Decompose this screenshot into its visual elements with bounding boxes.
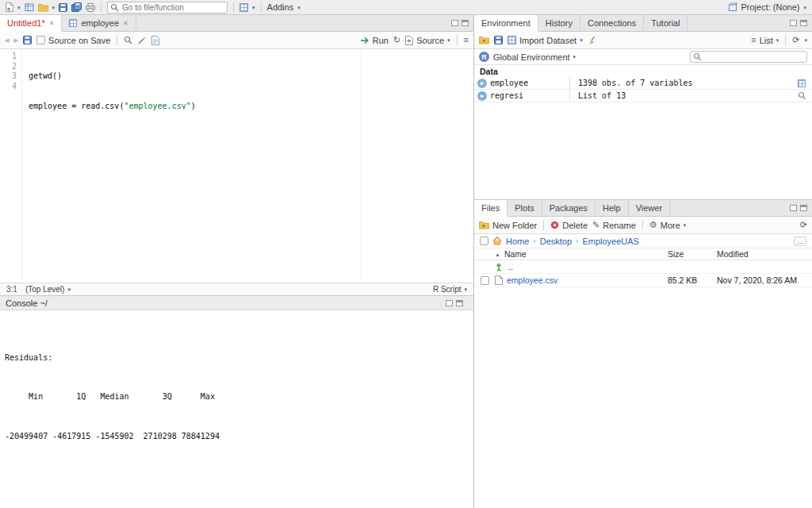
source-on-save-checkbox[interactable] — [36, 36, 45, 44]
size-column-header[interactable]: Size — [668, 249, 717, 259]
load-workspace-icon[interactable] — [479, 34, 489, 46]
addins-grid-icon[interactable] — [239, 3, 248, 12]
files-pane: Files Plots Packages Help Viewer New Fol… — [474, 199, 812, 508]
addins-grid-caret-icon[interactable]: ▾ — [252, 5, 255, 10]
line-number: 3 — [0, 71, 17, 82]
save-workspace-icon[interactable] — [494, 34, 503, 46]
minimize-pane-icon[interactable] — [790, 20, 797, 26]
compile-report-icon[interactable] — [151, 34, 159, 46]
addins-button[interactable]: Addins — [267, 2, 294, 12]
file-row-parent-dir[interactable]: .. — [474, 260, 812, 274]
name-column-header[interactable]: ▲ Name — [495, 249, 668, 259]
expand-object-icon[interactable]: ▶ — [477, 79, 487, 88]
minimize-pane-icon[interactable] — [790, 205, 797, 211]
file-name[interactable]: .. — [508, 262, 513, 271]
tab-untitled1[interactable]: Untitled1* ✕ — [0, 15, 62, 32]
file-name[interactable]: employee.csv — [507, 275, 557, 285]
rstudio-window: ▾ ▾ ▾ Addins ▾ Project: (None — [0, 0, 812, 508]
new-folder-button[interactable]: New Folder — [479, 221, 537, 230]
save-all-icon[interactable] — [71, 2, 82, 13]
open-file-caret-icon[interactable]: ▾ — [52, 5, 56, 10]
clear-objects-broom-icon[interactable] — [588, 34, 597, 46]
minimize-pane-icon[interactable] — [451, 20, 458, 26]
close-icon[interactable]: ✕ — [123, 20, 128, 27]
save-icon[interactable] — [59, 2, 67, 13]
new-file-caret-icon[interactable]: ▾ — [17, 5, 21, 10]
env-object-employee[interactable]: ▶ employee 1398 obs. of 7 variables — [474, 77, 812, 90]
console-output[interactable]: Residuals: Min 1Q Median 3Q Max -2049940… — [0, 310, 473, 508]
import-dataset-button[interactable]: Import Dataset ▾ — [508, 36, 583, 45]
file-row-employee-csv[interactable]: employee.csv 85.2 KB Nov 7, 2020, 8:26 A… — [474, 274, 812, 287]
open-file-icon[interactable] — [38, 2, 48, 13]
new-file-icon[interactable] — [6, 2, 13, 13]
grid-view-icon[interactable] — [795, 79, 809, 87]
new-folder-label: New Folder — [492, 221, 537, 230]
addins-caret-icon[interactable]: ▾ — [297, 5, 301, 10]
source-button[interactable]: Source ▾ — [405, 36, 450, 45]
tab-tutorial[interactable]: Tutorial — [644, 15, 688, 31]
environment-search-input[interactable] — [690, 51, 807, 63]
goto-file-input[interactable] — [107, 2, 228, 13]
global-environment-selector[interactable]: Global Environment ▾ — [493, 52, 576, 62]
file-checkbox[interactable] — [481, 276, 489, 285]
editor-code-area[interactable]: getwd() employee = read.csv("employee.cs… — [22, 49, 473, 283]
go-to-directory-button[interactable]: ... — [794, 237, 806, 246]
tab-employee[interactable]: employee ✕ — [62, 15, 136, 31]
refresh-files-icon[interactable]: ⟳ — [800, 221, 807, 229]
breadcrumb-employeeuas[interactable]: EmployeeUAS — [582, 237, 639, 246]
file-size: 85.2 KB — [668, 275, 717, 285]
console-title: Console ~/ — [6, 298, 48, 308]
minimize-pane-icon[interactable] — [446, 300, 453, 306]
pane-window-buttons — [785, 200, 812, 216]
r-logo-icon: R — [479, 52, 489, 62]
tab-environment[interactable]: Environment — [474, 15, 538, 32]
maximize-pane-icon[interactable] — [800, 20, 807, 26]
inspect-object-icon[interactable] — [795, 91, 809, 100]
project-selector[interactable]: Project: (None) — [741, 2, 800, 12]
maximize-pane-icon[interactable] — [800, 205, 807, 211]
project-caret-icon[interactable]: ▾ — [803, 5, 806, 10]
env-object-regresi[interactable]: ▶ regresi List of 13 — [474, 90, 812, 102]
print-icon[interactable] — [86, 2, 95, 13]
list-view-selector[interactable]: ≡ List ▾ — [751, 36, 779, 45]
new-project-icon[interactable] — [25, 2, 34, 13]
more-button[interactable]: ⚙ More ▾ — [649, 221, 686, 230]
files-breadcrumb-bar: Home › Desktop › EmployeeUAS ... — [474, 234, 812, 248]
doc-type-selector[interactable]: R Script ▾ — [433, 285, 467, 294]
run-label: Run — [373, 36, 389, 45]
save-icon[interactable] — [23, 34, 32, 46]
code-line: employee = read.csv("employee.csv") — [29, 102, 473, 112]
tab-files[interactable]: Files — [474, 200, 508, 217]
modified-column-header[interactable]: Modified — [717, 249, 812, 259]
environment-data-section-label: Data — [474, 65, 812, 77]
maximize-pane-icon[interactable] — [456, 300, 463, 306]
find-replace-icon[interactable] — [124, 34, 132, 46]
code-tools-wand-icon[interactable] — [137, 34, 147, 46]
expand-object-icon[interactable]: ▶ — [477, 91, 487, 101]
breadcrumb-home[interactable]: Home — [506, 237, 529, 246]
rerun-icon[interactable]: ↻ — [393, 36, 400, 44]
forward-icon[interactable]: ▸ — [14, 36, 19, 44]
select-all-checkbox[interactable] — [480, 237, 488, 245]
tab-help[interactable]: Help — [596, 200, 629, 216]
source-caret-icon[interactable]: ▾ — [447, 37, 450, 43]
refresh-environment-icon[interactable]: ⟳ — [792, 36, 799, 44]
rename-button[interactable]: ✎ Rename — [592, 221, 636, 230]
close-icon[interactable]: ✕ — [49, 20, 55, 27]
tab-packages[interactable]: Packages — [542, 200, 596, 216]
tab-connections[interactable]: Connections — [580, 15, 644, 31]
document-outline-icon[interactable]: ≡ — [464, 36, 469, 44]
console-header[interactable]: Console ~/ — [0, 296, 473, 310]
delete-button[interactable]: Delete — [550, 221, 588, 230]
code-editor[interactable]: 1 2 3 4 getwd() employee = read.csv("emp… — [0, 49, 473, 283]
back-icon[interactable]: ◂ — [5, 36, 10, 44]
tab-viewer[interactable]: Viewer — [629, 200, 670, 216]
breadcrumb-desktop[interactable]: Desktop — [540, 237, 572, 246]
run-button[interactable]: Run — [360, 36, 389, 45]
tab-plots[interactable]: Plots — [508, 200, 542, 216]
scope-selector[interactable]: (Top Level) ▾ — [25, 285, 71, 294]
maximize-pane-icon[interactable] — [462, 20, 469, 26]
refresh-caret-icon[interactable]: ▾ — [804, 37, 807, 43]
source-on-save-toggle[interactable]: Source on Save — [36, 36, 110, 45]
tab-history[interactable]: History — [538, 15, 580, 31]
